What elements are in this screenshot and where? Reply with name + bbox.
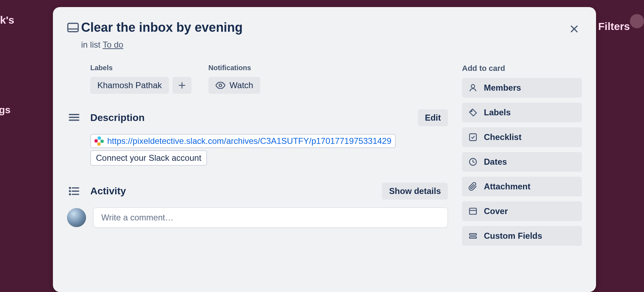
labels-icon — [468, 108, 478, 117]
svg-rect-24 — [469, 237, 476, 238]
eye-icon — [215, 82, 225, 89]
svg-point-18 — [471, 110, 472, 111]
watch-button[interactable]: Watch — [208, 77, 260, 94]
description-heading: Description — [90, 112, 145, 123]
description-link-box[interactable]: https://pixeldetective.slack.com/archive… — [90, 134, 396, 148]
sidebar-item-label: Labels — [484, 108, 511, 117]
sidebar-item-label: Members — [484, 83, 521, 93]
svg-point-11 — [69, 188, 71, 189]
sidebar-attachment[interactable]: Attachment — [462, 177, 582, 196]
header-avatar[interactable] — [630, 14, 644, 28]
svg-rect-0 — [68, 23, 78, 32]
user-avatar[interactable] — [67, 208, 86, 227]
svg-rect-19 — [469, 134, 476, 141]
comment-placeholder: Write a comment… — [101, 213, 174, 223]
sidebar-item-label: Attachment — [484, 182, 530, 191]
notifications-heading: Notifications — [208, 64, 260, 72]
activity-icon — [67, 187, 81, 196]
add-to-card-heading: Add to card — [462, 64, 582, 73]
custom-fields-icon — [468, 231, 478, 241]
svg-point-17 — [471, 85, 475, 88]
svg-point-6 — [219, 84, 221, 86]
sidebar-dates[interactable]: Dates — [462, 152, 582, 172]
sidebar-members[interactable]: Members — [462, 78, 582, 98]
comment-input[interactable]: Write a comment… — [93, 207, 448, 228]
dates-icon — [468, 157, 478, 166]
labels-heading: Labels — [90, 64, 192, 72]
close-button[interactable] — [566, 21, 582, 37]
edit-description-button[interactable]: Edit — [418, 109, 448, 126]
svg-rect-23 — [469, 234, 476, 235]
list-prefix: in list — [81, 40, 103, 49]
connect-slack-button[interactable]: Connect your Slack account — [90, 150, 207, 166]
show-details-button[interactable]: Show details — [382, 183, 448, 200]
slack-icon — [95, 136, 104, 146]
activity-heading: Activity — [90, 185, 126, 197]
add-label-button[interactable] — [172, 77, 192, 94]
sidebar-cover[interactable]: Cover — [462, 201, 582, 221]
description-link[interactable]: https://pixeldetective.slack.com/archive… — [107, 136, 391, 146]
list-link[interactable]: To do — [103, 40, 123, 49]
filters-button[interactable]: Filters — [598, 20, 630, 32]
sidebar-item-label: Dates — [484, 157, 507, 167]
cover-icon — [468, 207, 478, 216]
background-fragment: ngs — [0, 104, 11, 116]
background-board-name-fragment: k's — [0, 14, 14, 26]
sidebar-custom-fields[interactable]: Custom Fields — [462, 226, 582, 246]
checklist-icon — [468, 133, 478, 142]
sidebar-item-label: Custom Fields — [484, 231, 542, 241]
members-icon — [468, 83, 478, 92]
svg-point-15 — [69, 194, 71, 195]
watch-label: Watch — [230, 80, 253, 90]
label-chip[interactable]: Khamosh Pathak — [90, 77, 169, 94]
svg-rect-21 — [469, 208, 476, 214]
card-list-line: in list To do — [81, 40, 566, 50]
attachment-icon — [468, 182, 478, 191]
card-modal: Clear the inbox by evening in list To do… — [53, 7, 596, 292]
card-icon — [67, 23, 81, 34]
svg-point-13 — [69, 191, 71, 192]
card-title[interactable]: Clear the inbox by evening — [81, 20, 566, 35]
description-icon — [67, 114, 81, 122]
sidebar-item-label: Checklist — [484, 132, 522, 142]
sidebar-item-label: Cover — [484, 206, 508, 216]
sidebar-checklist[interactable]: Checklist — [462, 127, 582, 147]
sidebar-labels[interactable]: Labels — [462, 103, 582, 122]
